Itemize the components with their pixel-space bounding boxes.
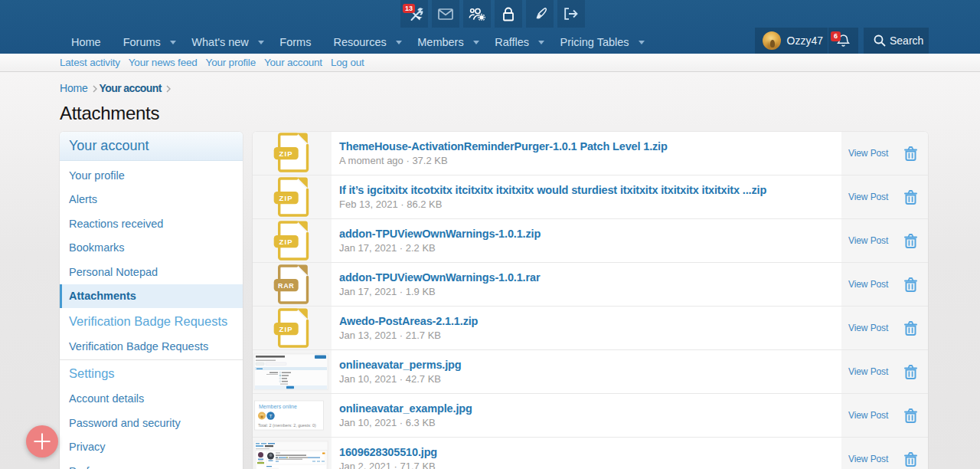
svg-text:ZIP: ZIP [279,149,293,158]
svg-text:Members online: Members online [259,404,297,409]
svg-text:T: T [270,414,273,418]
svg-text:RAR: RAR [278,282,294,290]
svg-text:ZIP: ZIP [279,325,293,333]
svg-text:ZIP: ZIP [279,194,293,202]
svg-text:Total: 2 (members: 2, guests:: Total: 2 (members: 2, guests: 0) [258,423,316,428]
svg-text:ZIP: ZIP [279,238,293,246]
